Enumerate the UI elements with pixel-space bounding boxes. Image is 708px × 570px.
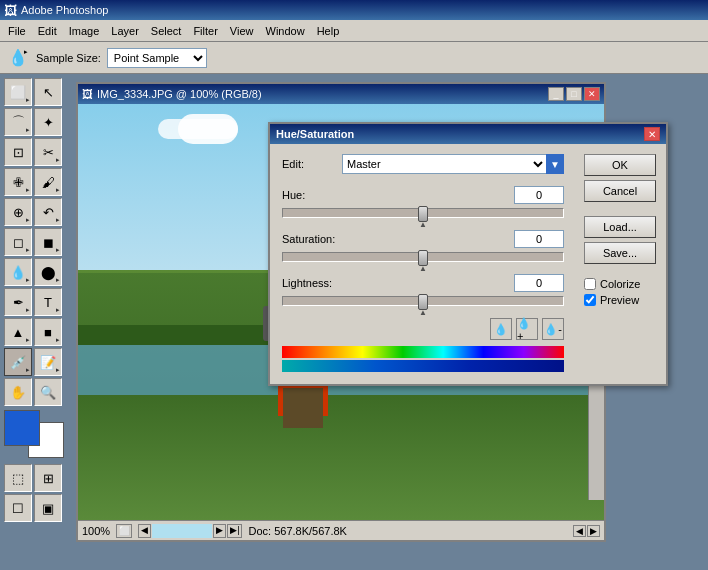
nav-next[interactable]: ▶ — [213, 524, 226, 538]
hue-slider-track[interactable] — [282, 208, 564, 218]
tool-text[interactable]: T — [34, 288, 62, 316]
image-title-bar: 🖼 IMG_3334.JPG @ 100% (RGB/8) _ □ ✕ — [78, 84, 604, 104]
image-filename: IMG_3334.JPG @ 100% (RGB/8) — [97, 88, 262, 100]
workspace: ⬜ ↖ ⌒ ✦ ⊡ ✂ ✙ 🖌 ⊕ ↶ ◻ ◼ 💧 ⬤ ✒ T — [0, 74, 708, 570]
tool-history-brush[interactable]: ↶ — [34, 198, 62, 226]
tool-brush[interactable]: 🖌 — [34, 168, 62, 196]
dialog-body: Edit: Master Reds Yellows Greens Cyans B… — [270, 144, 666, 384]
tool-blur[interactable]: 💧 — [4, 258, 32, 286]
saturation-input[interactable] — [514, 230, 564, 248]
doc-info: Doc: 567.8K/567.8K — [248, 525, 346, 537]
tool-move[interactable]: ↖ — [34, 78, 62, 106]
toolbox: ⬜ ↖ ⌒ ✦ ⊡ ✂ ✙ 🖌 ⊕ ↶ ◻ ◼ 💧 ⬤ ✒ T — [0, 74, 68, 570]
hue-input[interactable] — [514, 186, 564, 204]
tool-note[interactable]: 📝 — [34, 348, 62, 376]
lightness-slider-row: Lightness: — [282, 274, 564, 306]
color-gradient-bar-2 — [282, 360, 564, 372]
tool-row-crop: ⊡ ✂ — [4, 138, 64, 166]
eyedropper-subtract-button[interactable]: 💧- — [542, 318, 564, 340]
colorize-checkbox[interactable] — [584, 278, 596, 290]
edit-dropdown-arrow[interactable]: ▼ — [546, 154, 564, 174]
hue-label-row: Hue: — [282, 186, 564, 204]
nav-end[interactable]: ▶| — [227, 524, 242, 538]
scroll-left-btn[interactable]: ◀ — [573, 525, 586, 537]
tool-shape[interactable]: ■ — [34, 318, 62, 346]
tool-healing[interactable]: ✙ — [4, 168, 32, 196]
tool-path-select[interactable]: ▲ — [4, 318, 32, 346]
load-button[interactable]: Load... — [584, 216, 656, 238]
tool-marquee[interactable]: ⬜ — [4, 78, 32, 106]
scroll-right-btn[interactable]: ▶ — [587, 525, 600, 537]
ok-button[interactable]: OK — [584, 154, 656, 176]
tool-zoom[interactable]: 🔍 — [34, 378, 62, 406]
canvas-area: 🖼 IMG_3334.JPG @ 100% (RGB/8) _ □ ✕ — [68, 74, 708, 570]
tool-row-path: ▲ ■ — [4, 318, 64, 346]
separator2 — [584, 268, 658, 274]
tool-quick-mask[interactable]: ⬚ — [4, 464, 32, 492]
tool-row-healing: ✙ 🖌 — [4, 168, 64, 196]
tool-eyedropper[interactable]: 💉 — [4, 348, 32, 376]
zoom-level: 100% — [82, 525, 110, 537]
saturation-slider-track[interactable] — [282, 252, 564, 262]
tool-fill[interactable]: ◼ — [34, 228, 62, 256]
saturation-slider-thumb[interactable] — [418, 250, 428, 266]
title-bar: 🖼 Adobe Photoshop — [0, 0, 708, 20]
app-title: Adobe Photoshop — [21, 4, 108, 16]
menu-help[interactable]: Help — [311, 23, 346, 39]
lightness-slider-thumb[interactable] — [418, 294, 428, 310]
scroll-indicator[interactable] — [152, 524, 212, 538]
tool-screen-mode[interactable]: ⊞ — [34, 464, 62, 492]
tool-lasso[interactable]: ⌒ — [4, 108, 32, 136]
close-button[interactable]: ✕ — [584, 87, 600, 101]
hue-slider-thumb[interactable] — [418, 206, 428, 222]
gradient-bars — [282, 346, 564, 372]
tool-crop[interactable]: ⊡ — [4, 138, 32, 166]
preview-row: Preview — [584, 294, 658, 306]
sample-size-label: Sample Size: — [36, 52, 101, 64]
menu-filter[interactable]: Filter — [187, 23, 223, 39]
tool-row-pen: ✒ T — [4, 288, 64, 316]
maximize-button[interactable]: □ — [566, 87, 582, 101]
preview-label: Preview — [600, 294, 639, 306]
tool-dodge[interactable]: ⬤ — [34, 258, 62, 286]
separator — [584, 206, 658, 212]
saturation-slider-row: Saturation: — [282, 230, 564, 262]
color-gradient-bar-1 — [282, 346, 564, 358]
current-tool-icon[interactable]: 💧 ▸ — [6, 46, 30, 70]
lightness-slider-track[interactable] — [282, 296, 564, 306]
tool-row-eraser: ◻ ◼ — [4, 228, 64, 256]
menu-image[interactable]: Image — [63, 23, 106, 39]
tool-pen[interactable]: ✒ — [4, 288, 32, 316]
menu-edit[interactable]: Edit — [32, 23, 63, 39]
sample-size-select[interactable]: Point Sample 3 by 3 Average 5 by 5 Avera… — [107, 48, 207, 68]
menu-file[interactable]: File — [2, 23, 32, 39]
tool-hand[interactable]: ✋ — [4, 378, 32, 406]
image-statusbar: 100% ⬜ ◀ ▶ ▶| Doc: 567.8K/567.8K ◀ ▶ — [78, 520, 604, 540]
minimize-button[interactable]: _ — [548, 87, 564, 101]
save-button[interactable]: Save... — [584, 242, 656, 264]
preview-checkbox[interactable] — [584, 294, 596, 306]
edit-select[interactable]: Master Reds Yellows Greens Cyans Blues M… — [342, 154, 547, 174]
tool-slice[interactable]: ✂ — [34, 138, 62, 166]
lightness-input[interactable] — [514, 274, 564, 292]
tool-eraser[interactable]: ◻ — [4, 228, 32, 256]
menu-bar: File Edit Image Layer Select Filter View… — [0, 20, 708, 42]
nav-prev[interactable]: ◀ — [138, 524, 151, 538]
eyedropper-button[interactable]: 💧 — [490, 318, 512, 340]
tool-clone[interactable]: ⊕ — [4, 198, 32, 226]
tool-magic-wand[interactable]: ✦ — [34, 108, 62, 136]
menu-view[interactable]: View — [224, 23, 260, 39]
eyedropper-add-button[interactable]: 💧+ — [516, 318, 538, 340]
tool-screen2[interactable]: ☐ — [4, 494, 32, 522]
tool-screen3[interactable]: ▣ — [34, 494, 62, 522]
image-title: 🖼 IMG_3334.JPG @ 100% (RGB/8) — [82, 88, 262, 100]
tool-row-blur: 💧 ⬤ — [4, 258, 64, 286]
menu-window[interactable]: Window — [260, 23, 311, 39]
menu-select[interactable]: Select — [145, 23, 188, 39]
nav-arrows: ◀ ▶ ▶| — [138, 524, 242, 538]
dialog-close-button[interactable]: ✕ — [644, 127, 660, 141]
color-indicator — [4, 410, 64, 458]
foreground-color[interactable] — [4, 410, 40, 446]
menu-layer[interactable]: Layer — [105, 23, 145, 39]
cancel-button[interactable]: Cancel — [584, 180, 656, 202]
